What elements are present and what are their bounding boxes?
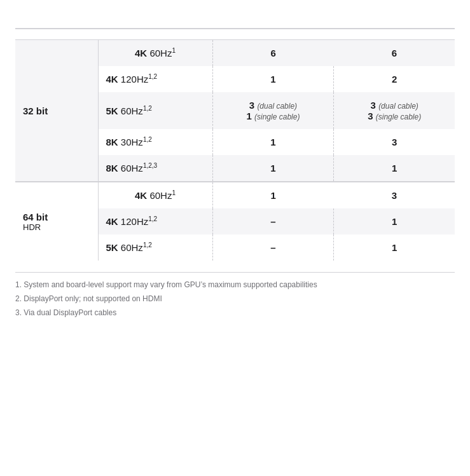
display-mode-cell: 4K 60Hz1 <box>98 40 212 67</box>
display-mode-header <box>98 13 212 29</box>
display-mode-cell: 5K 60Hz1,2 <box>98 235 212 261</box>
pixel-format-sub <box>15 29 98 40</box>
polaris-cell: 1 <box>212 155 334 182</box>
pixel-format-cell: 64 bitHDR <box>15 182 98 261</box>
footnote-1: 1. System and board-level support may va… <box>15 279 455 290</box>
pixel-format-header <box>15 13 98 29</box>
vega-cell: 1 <box>334 208 455 235</box>
display-mode-sub <box>98 29 212 40</box>
page-container: 32 bit4K 60Hz1664K 120Hz1,2125K 60Hz1,23… <box>0 0 470 476</box>
polaris-cell: 1 <box>212 66 334 92</box>
footnote-3: 3. Via dual DisplayPort cables <box>15 307 455 318</box>
polaris-cell: 1 <box>212 129 334 155</box>
display-mode-cell: 4K 60Hz1 <box>98 182 212 208</box>
footnotes-section: 1. System and board-level support may va… <box>15 272 455 318</box>
sub-header-row <box>15 29 455 40</box>
vega-cell: 6 <box>334 40 455 67</box>
vega-cell: 3 (dual cable)3 (single cable) <box>334 92 455 129</box>
vega-cell: 3 <box>334 182 455 208</box>
vega-cell: 1 <box>334 235 455 261</box>
table-row: 32 bit4K 60Hz166 <box>15 40 455 67</box>
polaris-cell: – <box>212 208 334 235</box>
display-mode-cell: 5K 60Hz1,2 <box>98 92 212 129</box>
simultaneous-displays-header <box>212 13 455 29</box>
pixel-format-cell: 32 bit <box>15 40 98 182</box>
display-mode-cell: 8K 60Hz1,2,3 <box>98 155 212 182</box>
vega-sub-header <box>334 29 455 40</box>
display-mode-cell: 8K 30Hz1,2 <box>98 129 212 155</box>
display-mode-cell: 4K 120Hz1,2 <box>98 66 212 92</box>
vega-cell: 1 <box>334 155 455 182</box>
polaris-cell: – <box>212 235 334 261</box>
table-row: 64 bitHDR4K 60Hz113 <box>15 182 455 208</box>
comparison-table: 32 bit4K 60Hz1664K 120Hz1,2125K 60Hz1,23… <box>15 13 455 261</box>
vega-cell: 3 <box>334 129 455 155</box>
polaris-cell: 3 (dual cable)1 (single cable) <box>212 92 334 129</box>
polaris-sub-header <box>212 29 334 40</box>
table-header-row <box>15 13 455 29</box>
footnote-2: 2. DisplayPort only; not supported on HD… <box>15 293 455 304</box>
polaris-cell: 6 <box>212 40 334 67</box>
polaris-cell: 1 <box>212 182 334 208</box>
display-mode-cell: 4K 120Hz1,2 <box>98 208 212 235</box>
vega-cell: 2 <box>334 66 455 92</box>
